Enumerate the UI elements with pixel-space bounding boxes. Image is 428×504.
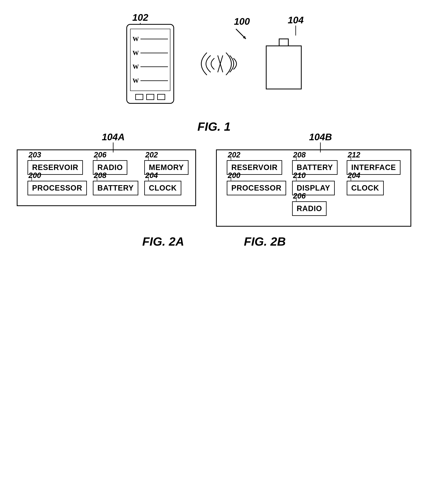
wireless-waves [190, 44, 250, 84]
fig2a-caption: FIG. 2A [142, 235, 184, 248]
empty-cell-2 [347, 201, 401, 216]
fig1-section: 100 102 W [0, 0, 428, 141]
phone-row-3: W [132, 63, 168, 70]
fig2a-container: 104A 203 RESERVOIR 206 RAD [17, 149, 196, 227]
fig2a-box: 203 RESERVOIR 206 RADIO 202 MEMORY [17, 149, 196, 206]
phone-btn-1 [135, 94, 143, 100]
phone-row-2: W [132, 49, 168, 57]
fig1-diagram: 100 102 W [74, 12, 354, 116]
component-clock-2a: 204 CLOCK [144, 181, 189, 195]
component-clock-2b: 204 CLOCK [347, 181, 401, 195]
clock-2b-box: CLOCK [347, 181, 384, 195]
fig2b-label: 104B [309, 131, 332, 143]
phone-btn-3 [157, 94, 165, 100]
rfid-label: 104 [288, 15, 304, 26]
phone-row-1: W [132, 35, 168, 43]
fig2a-label: 104A [102, 131, 125, 143]
fig2b-container: 104B 202 RESERVOIR 208 BAT [216, 149, 411, 227]
fig2-captions: FIG. 2A FIG. 2B [142, 235, 286, 248]
clock-2a-box: CLOCK [144, 181, 181, 195]
fig2a-label-line [109, 143, 117, 153]
rfid-device: 104 [266, 39, 302, 89]
fig1-arrow [234, 27, 250, 43]
rfid-connector [279, 39, 289, 45]
wireless-svg [190, 44, 250, 84]
component-radio-2b: 206 RADIO [292, 201, 341, 216]
component-battery-2a: 208 BATTERY [93, 181, 138, 195]
phone-row-4: W [132, 77, 168, 84]
fig2-section: 104A 203 RESERVOIR 206 RAD [0, 141, 428, 248]
phone-device: 102 W W [126, 24, 174, 104]
fig1-main-label: 100 [234, 16, 250, 27]
phone-body: W W W W [126, 24, 174, 104]
phone-btn-2 [146, 94, 154, 100]
battery-2a-box: BATTERY [93, 181, 138, 195]
fig2b-label-line [316, 143, 324, 153]
phone-label: 102 [132, 12, 148, 23]
fig2b-box: 202 RESERVOIR 208 BATTERY 212 INTERFACE [216, 149, 411, 227]
processor-2a-box: PROCESSOR [27, 181, 87, 195]
page: 100 102 W [0, 0, 428, 504]
fig2-diagrams: 104A 203 RESERVOIR 206 RAD [0, 149, 428, 227]
component-processor-2b: 200 PROCESSOR [227, 181, 286, 195]
phone-buttons [135, 94, 165, 100]
processor-2b-box: PROCESSOR [227, 181, 286, 195]
rfid-body [266, 45, 302, 89]
component-processor-2a: 200 PROCESSOR [27, 181, 87, 195]
radio-2b-box: RADIO [292, 201, 327, 216]
fig2b-caption: FIG. 2B [244, 235, 286, 248]
fig1-caption: FIG. 1 [198, 120, 231, 134]
empty-cell-1 [227, 201, 286, 216]
phone-screen: W W W W [130, 29, 170, 91]
rfid-label-line [293, 26, 299, 35]
